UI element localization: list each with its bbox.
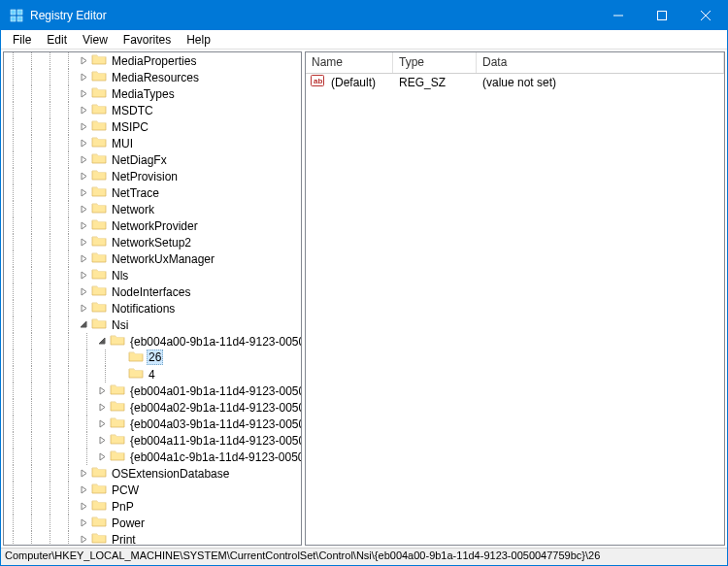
- title-bar: Registry Editor: [1, 1, 727, 30]
- folder-icon: [127, 366, 147, 383]
- tree-node[interactable]: NetProvision: [4, 168, 301, 184]
- folder-icon: [90, 498, 110, 515]
- folder-icon: [109, 383, 128, 399]
- tree-node[interactable]: PCW: [4, 482, 301, 498]
- tree-node-label: MediaTypes: [110, 87, 177, 101]
- menu-favorites[interactable]: Favorites: [116, 31, 179, 49]
- string-value-icon: ab: [306, 74, 325, 91]
- folder-icon: [90, 201, 110, 217]
- folder-icon: [109, 432, 128, 449]
- tree-node[interactable]: OSExtensionDatabase: [4, 465, 301, 482]
- minimize-button[interactable]: [596, 1, 640, 30]
- menu-view[interactable]: View: [75, 31, 116, 49]
- folder-icon: [90, 267, 110, 283]
- tree-node[interactable]: 4: [4, 366, 301, 383]
- tree-node[interactable]: {eb004a02-9b1a-11d4-9123-0050047759bc}: [4, 399, 301, 416]
- tree-node[interactable]: {eb004a00-9b1a-11d4-9123-0050047759bc}: [4, 333, 301, 350]
- svg-rect-0: [11, 10, 16, 15]
- folder-icon: [90, 217, 110, 234]
- tree-node-label: {eb004a02-9b1a-11d4-9123-0050047759bc}: [128, 401, 301, 415]
- tree-node-label: NetDiagFx: [110, 153, 169, 167]
- tree-node-label: Nls: [110, 269, 130, 283]
- svg-rect-5: [657, 12, 666, 20]
- tree-node[interactable]: Nsi: [4, 316, 301, 333]
- folder-icon: [109, 333, 128, 350]
- tree-node-label: {eb004a1c-9b1a-11d4-9123-0050047759bc}: [128, 450, 301, 464]
- svg-text:ab: ab: [314, 77, 322, 85]
- tree-node-label: NodeInterfaces: [110, 285, 192, 299]
- tree-node-label: Notifications: [110, 302, 177, 316]
- tree-node-label: NetworkUxManager: [110, 252, 216, 266]
- folder-icon: [90, 300, 110, 316]
- folder-icon: [90, 85, 110, 102]
- folder-icon: [90, 168, 110, 184]
- tree-node[interactable]: PnP: [4, 498, 301, 515]
- folder-icon: [90, 465, 110, 482]
- tree-node[interactable]: Power: [4, 515, 301, 531]
- tree-panel: MediaPropertiesMediaResourcesMediaTypesM…: [3, 51, 302, 546]
- tree-node-label: Print: [110, 533, 138, 546]
- value-row[interactable]: ab(Default)REG_SZ(value not set): [306, 74, 724, 90]
- close-button[interactable]: [683, 1, 727, 30]
- column-name[interactable]: Name: [306, 52, 393, 73]
- folder-icon: [90, 184, 110, 201]
- column-type[interactable]: Type: [393, 52, 477, 73]
- folder-icon: [90, 234, 110, 250]
- svg-rect-1: [17, 10, 22, 15]
- tree-node[interactable]: {eb004a11-9b1a-11d4-9123-0050047759bc}: [4, 432, 301, 449]
- maximize-button[interactable]: [640, 1, 683, 30]
- folder-icon: [90, 283, 110, 300]
- regedit-icon: [9, 8, 24, 23]
- values-panel: Name Type Data ab(Default)REG_SZ(value n…: [305, 51, 725, 546]
- folder-icon: [109, 416, 128, 432]
- tree-node[interactable]: NetworkUxManager: [4, 250, 301, 267]
- tree-node[interactable]: Notifications: [4, 300, 301, 316]
- values-list[interactable]: ab(Default)REG_SZ(value not set): [306, 74, 724, 545]
- tree-node-label: NetworkSetup2: [110, 236, 193, 250]
- tree-node[interactable]: MSIPC: [4, 118, 301, 135]
- tree-node[interactable]: NodeInterfaces: [4, 283, 301, 300]
- menu-help[interactable]: Help: [179, 31, 218, 49]
- tree-node[interactable]: MediaProperties: [4, 52, 301, 69]
- folder-icon: [90, 102, 110, 118]
- tree-node-label: {eb004a03-9b1a-11d4-9123-0050047759bc}: [128, 417, 301, 431]
- tree-node[interactable]: NetDiagFx: [4, 151, 301, 168]
- value-data: (value not set): [477, 76, 724, 89]
- tree-node[interactable]: {eb004a1c-9b1a-11d4-9123-0050047759bc}: [4, 449, 301, 465]
- tree-node[interactable]: MSDTC: [4, 102, 301, 118]
- tree-node-label: OSExtensionDatabase: [110, 467, 231, 481]
- tree-node[interactable]: MUI: [4, 135, 301, 151]
- tree-node-label: Network: [110, 203, 156, 216]
- folder-icon: [90, 515, 110, 531]
- tree-node-label: Power: [110, 516, 147, 530]
- list-header: Name Type Data: [306, 52, 724, 74]
- tree-node-label: MUI: [110, 137, 135, 150]
- tree-node[interactable]: Network: [4, 201, 301, 217]
- tree-node-label: 26: [147, 350, 163, 365]
- folder-icon: [90, 52, 110, 69]
- menu-file[interactable]: File: [5, 31, 39, 49]
- folder-icon: [90, 69, 110, 85]
- tree-node-label: {eb004a01-9b1a-11d4-9123-0050047759bc}: [128, 384, 301, 398]
- menu-edit[interactable]: Edit: [39, 31, 75, 49]
- tree-node[interactable]: MediaResources: [4, 69, 301, 85]
- tree-node[interactable]: 26: [4, 350, 301, 366]
- tree-node[interactable]: {eb004a01-9b1a-11d4-9123-0050047759bc}: [4, 383, 301, 399]
- value-type: REG_SZ: [393, 76, 477, 89]
- folder-icon: [90, 118, 110, 135]
- tree-node-label: MediaProperties: [110, 54, 198, 68]
- tree-node[interactable]: MediaTypes: [4, 85, 301, 102]
- registry-tree[interactable]: MediaPropertiesMediaResourcesMediaTypesM…: [4, 52, 301, 545]
- folder-icon: [109, 399, 128, 416]
- tree-node[interactable]: NetworkProvider: [4, 217, 301, 234]
- tree-node-label: PnP: [110, 500, 136, 514]
- tree-node[interactable]: Nls: [4, 267, 301, 283]
- column-data[interactable]: Data: [477, 52, 724, 73]
- svg-rect-3: [17, 17, 22, 21]
- tree-node[interactable]: {eb004a03-9b1a-11d4-9123-0050047759bc}: [4, 416, 301, 432]
- folder-icon: [90, 482, 110, 498]
- tree-node[interactable]: Print: [4, 531, 301, 545]
- folder-icon: [90, 316, 110, 333]
- tree-node[interactable]: NetworkSetup2: [4, 234, 301, 250]
- tree-node[interactable]: NetTrace: [4, 184, 301, 201]
